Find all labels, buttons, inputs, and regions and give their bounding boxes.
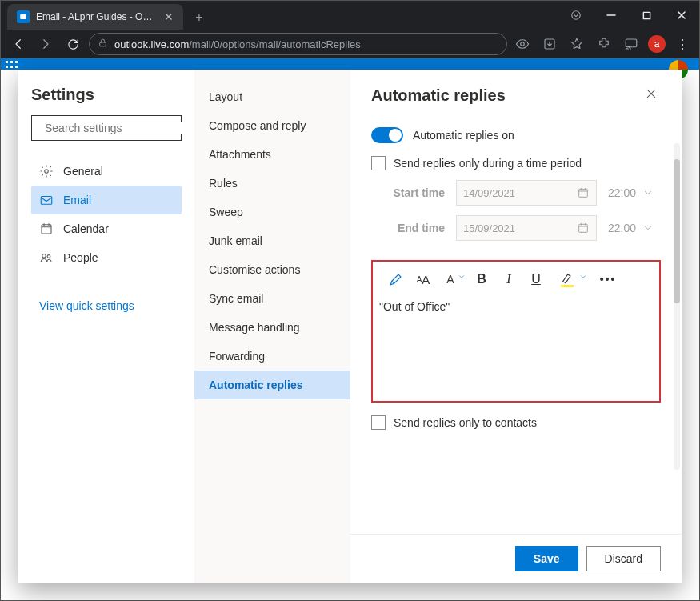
svg-rect-9 [41,197,52,205]
font-family-button[interactable]: AA [411,268,435,290]
tab-title: Email - ALphr Guides - Outlook [36,11,158,22]
editor-content: "Out of Office" [379,300,450,313]
outlook-app: Settings General Email [1,58,699,600]
chevron-down-icon [642,222,654,234]
nav-layout[interactable]: Layout [194,82,350,111]
svg-point-8 [45,170,49,174]
svg-rect-14 [579,224,588,232]
settings-dialog: Settings General Email [18,70,682,583]
automatic-replies-panel: Automatic replies Automatic replies on [350,70,682,583]
omnibox[interactable]: outlook.live.com/mail/0/options/mail/aut… [89,33,507,55]
discard-button[interactable]: Discard [586,546,661,571]
nav-rules[interactable]: Rules [194,169,350,198]
more-formatting-button[interactable]: ••• [594,268,618,290]
panel-title: Automatic replies [371,86,506,105]
start-time-label: Start time [384,186,456,199]
auto-replies-toggle[interactable] [371,127,403,143]
search-settings-input[interactable] [45,122,185,134]
nav-attachments[interactable]: Attachments [194,140,350,169]
time-period-checkbox[interactable] [371,156,386,170]
back-button[interactable] [7,33,30,55]
svg-rect-13 [579,189,588,197]
reply-editor-highlight: AA A B I U [371,260,661,403]
category-calendar[interactable]: Calendar [31,214,182,243]
svg-point-11 [42,254,46,258]
nav-junk[interactable]: Junk email [194,226,350,255]
install-app-icon[interactable] [539,34,560,54]
chevron-down-pill-icon[interactable] [558,3,594,27]
format-painter-icon[interactable] [384,268,408,290]
cast-icon[interactable] [621,34,642,54]
lock-icon [98,38,108,50]
browser-window: Email - ALphr Guides - Outlook ✕ + [0,0,700,601]
svg-point-1 [572,11,581,20]
minimize-button[interactable] [594,3,629,27]
gear-icon [39,164,54,178]
viewport: Settings General Email [1,58,699,600]
font-size-button[interactable]: A [438,268,462,290]
category-people[interactable]: People [31,243,182,272]
tab-close-icon[interactable]: ✕ [164,10,174,23]
editor-toolbar: AA A B I U [373,262,659,297]
svg-rect-6 [626,39,637,47]
auto-replies-toggle-label: Automatic replies on [413,129,514,142]
close-window-button[interactable] [664,3,699,27]
svg-point-4 [521,42,525,46]
nav-sync[interactable]: Sync email [194,284,350,313]
time-period-label: Send replies only during a time period [394,157,582,170]
chevron-down-icon [642,187,654,198]
category-email[interactable]: Email [31,186,182,214]
nav-message-handling[interactable]: Message handling [194,313,350,342]
close-settings-icon[interactable] [642,84,661,106]
mail-icon [39,193,54,207]
browser-tab[interactable]: Email - ALphr Guides - Outlook ✕ [7,4,183,30]
svg-point-12 [47,255,50,258]
window-controls [594,3,699,27]
settings-sidebar: Settings General Email [18,70,194,583]
nav-compose[interactable]: Compose and reply [194,111,350,140]
svg-rect-2 [643,12,650,18]
italic-button[interactable]: I [497,268,521,290]
view-quick-settings-link[interactable]: View quick settings [31,299,182,312]
end-time-label: End time [384,222,456,234]
scrollbar[interactable] [674,143,680,470]
end-hour-field[interactable]: 22:00 [597,222,661,234]
nav-sweep[interactable]: Sweep [194,198,350,226]
address-bar: outlook.live.com/mail/0/options/mail/aut… [1,30,699,58]
outlook-favicon [17,10,30,23]
maximize-button[interactable] [629,3,664,27]
url-text: outlook.live.com/mail/0/options/mail/aut… [114,38,361,50]
eye-icon[interactable] [512,34,533,54]
profile-avatar[interactable]: a [648,35,666,53]
star-icon[interactable] [566,34,587,54]
calendar-icon [577,186,590,199]
titlebar: Email - ALphr Guides - Outlook ✕ + [1,1,699,30]
reply-editor[interactable]: "Out of Office" [373,297,659,401]
start-date-field[interactable]: 14/09/2021 [456,180,597,206]
extensions-icon[interactable] [594,34,614,54]
save-button[interactable]: Save [515,546,578,571]
bold-button[interactable]: B [470,268,494,290]
start-hour-field[interactable]: 22:00 [597,186,661,199]
search-settings[interactable] [31,115,182,141]
underline-button[interactable]: U [524,268,548,290]
end-date-field[interactable]: 15/09/2021 [456,215,597,241]
calendar-icon [577,222,590,234]
kebab-menu-icon[interactable]: ⋮ [672,34,693,54]
calendar-icon [39,222,54,236]
people-icon [39,250,54,265]
svg-rect-0 [20,14,26,19]
svg-rect-3 [100,42,106,46]
contacts-only-checkbox[interactable] [371,415,386,430]
new-tab-button[interactable]: + [188,6,210,29]
contacts-only-label: Send replies only to contacts [394,416,537,429]
settings-title: Settings [31,86,182,104]
nav-forwarding[interactable]: Forwarding [194,342,350,371]
reload-button[interactable] [62,33,84,55]
nav-customise[interactable]: Customise actions [194,255,350,284]
highlight-button[interactable] [555,268,579,290]
category-general[interactable]: General [31,157,182,186]
panel-footer: Save Discard [350,534,682,583]
nav-automatic-replies[interactable]: Automatic replies [194,371,350,399]
forward-button[interactable] [34,33,57,55]
